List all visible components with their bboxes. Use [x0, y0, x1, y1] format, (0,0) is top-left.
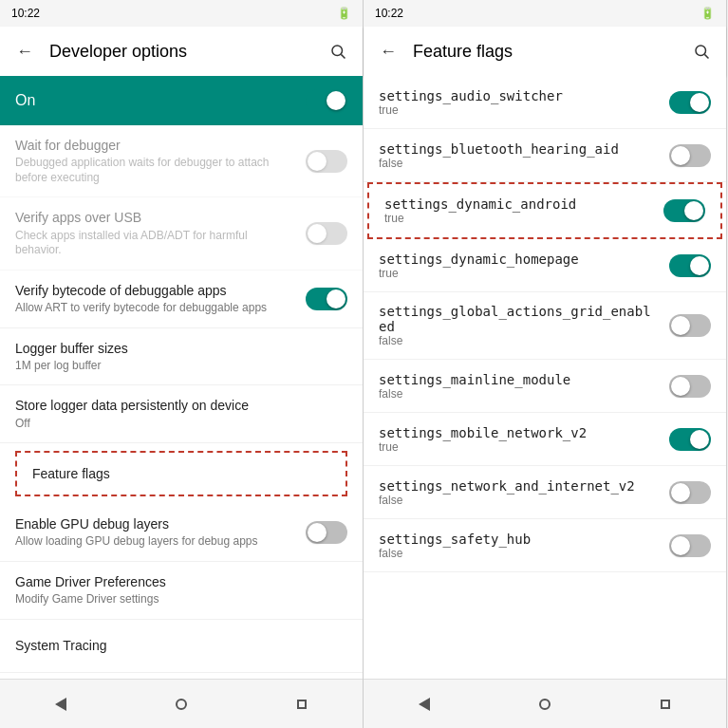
nav-home-right[interactable] [524, 683, 566, 725]
developer-on-row[interactable]: On [0, 76, 363, 125]
flag-network-internet-v2-value: false [379, 494, 658, 507]
flag-audio-switcher-name: settings_audio_switcher [379, 88, 658, 103]
nav-bar-left [0, 679, 363, 728]
verify-apps-usb-text: Verify apps over USB Check apps installe… [15, 209, 306, 257]
battery-icon-right: 🔋 [700, 7, 715, 20]
enable-gpu-debug-text: Enable GPU debug layers Allow loading GP… [15, 515, 306, 550]
flag-safety-hub-name: settings_safety_hub [379, 532, 658, 547]
flag-network-internet-v2-toggle[interactable] [669, 481, 711, 504]
flag-dynamic-homepage-row[interactable]: settings_dynamic_homepage true [364, 239, 726, 292]
status-bar-right: 10:22 🔋 [364, 0, 726, 27]
flag-dynamic-homepage-value: true [379, 267, 658, 280]
svg-point-2 [696, 46, 706, 56]
flag-audio-switcher-toggle[interactable] [669, 91, 711, 114]
search-icon-right[interactable] [684, 34, 719, 68]
status-time-left: 10:22 [11, 7, 40, 20]
game-driver-text: Game Driver Preferences Modify Game Driv… [15, 573, 347, 607]
toolbar-right: ← Feature flags [364, 27, 726, 76]
dev-on-label: On [15, 92, 35, 109]
back-button-left[interactable]: ← [8, 34, 42, 68]
logger-buffer-row[interactable]: Logger buffer sizes 1M per log buffer [0, 328, 363, 386]
flag-network-internet-v2-text: settings_network_and_internet_v2 false [379, 478, 669, 507]
flag-network-internet-v2-row[interactable]: settings_network_and_internet_v2 false [364, 466, 726, 519]
svg-point-0 [332, 46, 343, 56]
system-tracing-title: System Tracing [15, 637, 336, 654]
verify-apps-usb-toggle[interactable] [306, 222, 347, 245]
verify-bytecode-title: Verify bytecode of debuggable apps [15, 282, 294, 299]
flag-audio-switcher-text: settings_audio_switcher true [379, 88, 669, 117]
flag-mobile-network-v2-row[interactable]: settings_mobile_network_v2 true [364, 413, 726, 466]
wait-for-debugger-toggle[interactable] [306, 150, 347, 173]
flag-global-actions-row[interactable]: settings_global_actions_grid_enabled fal… [364, 292, 726, 360]
verify-apps-usb-row[interactable]: Verify apps over USB Check apps installe… [0, 197, 363, 270]
feature-flags-link[interactable]: Feature flags [15, 451, 347, 496]
flag-mainline-module-value: false [379, 387, 658, 401]
flag-mainline-module-toggle[interactable] [669, 375, 711, 398]
system-tracing-text: System Tracing [15, 637, 347, 654]
nav-recents-left[interactable] [281, 683, 323, 725]
nav-back-right[interactable] [403, 683, 445, 725]
flag-safety-hub-value: false [379, 547, 658, 560]
wait-for-debugger-title: Wait for debugger [15, 137, 294, 154]
game-driver-row[interactable]: Game Driver Preferences Modify Game Driv… [0, 562, 363, 620]
store-logger-row[interactable]: Store logger data persistently on device… [0, 385, 363, 443]
dev-on-toggle[interactable] [306, 89, 347, 112]
nav-home-left[interactable] [160, 683, 202, 725]
flag-mobile-network-v2-text: settings_mobile_network_v2 true [379, 425, 669, 454]
flag-dynamic-android-highlighted: settings_dynamic_android true [367, 182, 722, 239]
store-logger-subtitle: Off [15, 417, 336, 432]
flag-dynamic-homepage-text: settings_dynamic_homepage true [379, 252, 669, 280]
verify-apps-usb-subtitle: Check apps installed via ADB/ADT for har… [15, 229, 294, 258]
verify-bytecode-row[interactable]: Verify bytecode of debuggable apps Allow… [0, 271, 363, 328]
enable-gpu-debug-row[interactable]: Enable GPU debug layers Allow loading GP… [0, 504, 363, 562]
nav-bar-right [364, 679, 726, 728]
battery-icon-left: 🔋 [337, 7, 351, 20]
status-time-right: 10:22 [375, 7, 403, 20]
flag-global-actions-name: settings_global_actions_grid_enabled [379, 304, 658, 334]
developer-options-panel: 10:22 🔋 ← Developer options On Wait for … [0, 0, 364, 728]
store-logger-title: Store logger data persistently on device [15, 397, 336, 414]
flag-global-actions-toggle[interactable] [669, 314, 711, 337]
wait-for-debugger-subtitle: Debugged application waits for debugger … [15, 156, 294, 185]
flag-mobile-network-v2-toggle[interactable] [669, 428, 711, 451]
enable-gpu-debug-title: Enable GPU debug layers [15, 515, 294, 532]
flag-audio-switcher-row[interactable]: settings_audio_switcher true [364, 76, 726, 129]
flag-dynamic-android-toggle[interactable] [663, 199, 705, 222]
toolbar-left: ← Developer options [0, 27, 363, 76]
flag-mobile-network-v2-value: true [379, 440, 658, 454]
flag-mainline-module-row[interactable]: settings_mainline_module false [364, 360, 726, 413]
back-button-right[interactable]: ← [371, 34, 405, 68]
flag-mainline-module-text: settings_mainline_module false [379, 372, 669, 401]
flag-dynamic-homepage-toggle[interactable] [669, 254, 711, 277]
wait-for-debugger-row[interactable]: Wait for debugger Debugged application w… [0, 125, 363, 197]
enable-gpu-debug-subtitle: Allow loading GPU debug layers for debug… [15, 534, 294, 550]
status-bar-left: 10:22 🔋 [0, 0, 363, 27]
flag-mobile-network-v2-name: settings_mobile_network_v2 [379, 425, 658, 440]
flag-network-internet-v2-name: settings_network_and_internet_v2 [379, 478, 658, 494]
flag-bluetooth-hearing-aid-text: settings_bluetooth_hearing_aid false [379, 141, 669, 170]
logger-buffer-subtitle: 1M per log buffer [15, 359, 336, 374]
nav-back-left[interactable] [40, 683, 82, 725]
svg-line-1 [341, 54, 345, 58]
system-tracing-row[interactable]: System Tracing [0, 620, 363, 673]
verify-bytecode-text: Verify bytecode of debuggable apps Allow… [15, 282, 306, 316]
search-icon-left[interactable] [321, 34, 355, 68]
feature-flags-label: Feature flags [32, 466, 110, 481]
verify-bytecode-toggle[interactable] [306, 288, 347, 310]
flag-safety-hub-row[interactable]: settings_safety_hub false [364, 519, 726, 572]
enable-gpu-debug-toggle[interactable] [306, 521, 347, 544]
logger-buffer-text: Logger buffer sizes 1M per log buffer [15, 340, 347, 374]
flag-safety-hub-text: settings_safety_hub false [379, 532, 669, 560]
nav-recents-right[interactable] [644, 683, 686, 725]
logger-buffer-title: Logger buffer sizes [15, 340, 336, 357]
flag-bluetooth-hearing-aid-toggle[interactable] [669, 144, 711, 167]
toolbar-title-right: Feature flags [413, 42, 677, 62]
feature-flags-container: Feature flags [0, 443, 363, 504]
flag-bluetooth-hearing-aid-row[interactable]: settings_bluetooth_hearing_aid false [364, 129, 726, 182]
verify-apps-usb-title: Verify apps over USB [15, 209, 294, 226]
flag-dynamic-homepage-name: settings_dynamic_homepage [379, 252, 658, 267]
flag-safety-hub-toggle[interactable] [669, 534, 711, 557]
game-driver-title: Game Driver Preferences [15, 573, 336, 590]
flag-dynamic-android-row[interactable]: settings_dynamic_android true [369, 184, 720, 237]
feature-flags-content: settings_audio_switcher true settings_bl… [364, 76, 726, 679]
